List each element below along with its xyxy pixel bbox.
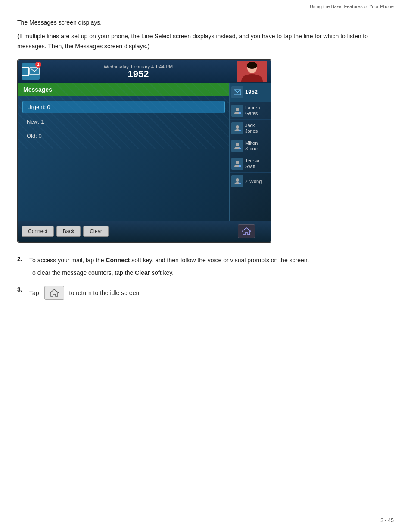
step-2-number: 2.: [17, 255, 26, 262]
clear-soft-key[interactable]: Clear: [83, 226, 109, 237]
step-2-para1: To access your mail, tap the Connect sof…: [29, 255, 394, 265]
urgent-item: Urgent: 0: [22, 101, 225, 113]
right-btn-jack[interactable]: Jack Jones: [230, 120, 271, 137]
phone-top-bar: 1 Wednesday, February 4 1:44 PM 1952: [18, 60, 271, 83]
step-3-row: 3. Tap to return to the idle screen.: [17, 286, 394, 300]
step-2-text3: To clear the message counters, tap the: [29, 269, 135, 276]
new-item: New: 1: [22, 116, 225, 128]
page-footer: 3 - 45: [380, 517, 394, 523]
header-text: Using the Basic Features of Your Phone: [310, 4, 394, 9]
svg-rect-12: [239, 165, 241, 167]
right-btn-jack-label: Jack Jones: [245, 123, 269, 134]
phone-right-panel: 1952 Lauren Gates: [229, 83, 271, 221]
right-btn-lauren[interactable]: Lauren Gates: [230, 102, 271, 120]
step-2-text4: soft key.: [150, 269, 174, 276]
step-2-para2: To clear the message counters, tap the C…: [29, 268, 394, 277]
svg-point-13: [236, 178, 239, 182]
speed-dial-icon-zwong: [231, 175, 243, 187]
intro-line2: (If multiple lines are set up on your ph…: [17, 31, 394, 51]
home-button[interactable]: [238, 224, 255, 238]
svg-point-5: [236, 108, 239, 111]
step-section: 2. To access your mail, tap the Connect …: [17, 255, 394, 300]
old-item: Old: 0: [22, 130, 225, 142]
connect-soft-key[interactable]: Connect: [22, 226, 54, 237]
svg-rect-6: [239, 112, 241, 114]
right-btn-lauren-label: Lauren Gates: [245, 105, 269, 116]
mail-icon-small: [231, 86, 243, 98]
speed-dial-icon-teresa: [231, 158, 243, 170]
left-content: Messages Urgent: 0 New: 1 Old: 0: [18, 83, 229, 149]
content-area: The Messages screen displays. (If multip…: [0, 18, 411, 300]
message-icon: 1: [22, 63, 40, 80]
inline-home-button: [44, 286, 64, 300]
phone-left-panel: Messages Urgent: 0 New: 1 Old: 0: [18, 83, 229, 221]
right-btn-1952-label: 1952: [245, 89, 258, 96]
step-2-content: To access your mail, tap the Connect sof…: [29, 255, 394, 280]
phone-screen: 1 Wednesday, February 4 1:44 PM 1952: [17, 59, 271, 243]
right-btn-teresa[interactable]: Teresa Swift: [230, 155, 271, 173]
right-btn-milton[interactable]: Milton Stone: [230, 137, 271, 155]
right-btn-zwong-label: Z Wong: [245, 179, 262, 184]
step-2-row: 2. To access your mail, tap the Connect …: [17, 255, 394, 280]
speed-dial-icon-jack: [231, 122, 243, 134]
right-btn-teresa-label: Teresa Swift: [245, 158, 269, 169]
svg-marker-16: [50, 289, 59, 296]
speed-dial-icon-milton: [231, 140, 243, 152]
step-3-number: 3.: [17, 286, 26, 293]
extension-number: 1952: [40, 69, 237, 79]
back-soft-key[interactable]: Back: [56, 226, 81, 237]
soft-key-area: Connect Back Clear: [22, 226, 226, 237]
intro-section: The Messages screen displays. (If multip…: [17, 18, 394, 51]
page-header: Using the Basic Features of Your Phone: [0, 0, 411, 9]
intro-line1: The Messages screen displays.: [17, 18, 394, 27]
phone-body: Messages Urgent: 0 New: 1 Old: 0: [18, 83, 271, 221]
page-number: 3 - 45: [380, 517, 394, 523]
svg-point-11: [236, 161, 239, 164]
envelope-icon: [29, 67, 40, 76]
svg-rect-8: [239, 130, 241, 131]
step-2-text1: To access your mail, tap the: [29, 257, 106, 264]
step-3-text2: to return to the idle screen.: [69, 288, 141, 298]
right-btn-milton-label: Milton Stone: [245, 140, 269, 152]
svg-marker-15: [242, 228, 251, 235]
step-2-text2: soft key, and then follow the voice or v…: [130, 257, 309, 264]
svg-rect-10: [239, 148, 241, 149]
messages-header: Messages: [18, 83, 229, 96]
clear-bold: Clear: [135, 269, 150, 276]
avatar: [237, 61, 267, 82]
step-3-inline: Tap to return to the idle screen.: [29, 286, 394, 300]
phone-bottom-bar: Connect Back Clear: [18, 221, 271, 242]
connect-bold: Connect: [106, 257, 130, 264]
svg-point-7: [236, 125, 239, 129]
speed-dial-icon-lauren: [231, 105, 243, 117]
step-3-content: Tap to return to the idle screen.: [29, 286, 394, 300]
home-btn-area: [226, 224, 267, 238]
step-3-text1: Tap: [29, 288, 39, 298]
svg-point-9: [236, 143, 239, 146]
right-btn-1952[interactable]: 1952: [230, 83, 271, 102]
svg-rect-14: [239, 183, 241, 184]
right-btn-zwong[interactable]: Z Wong: [230, 173, 271, 190]
phone-datetime: Wednesday, February 4 1:44 PM 1952: [40, 64, 237, 79]
